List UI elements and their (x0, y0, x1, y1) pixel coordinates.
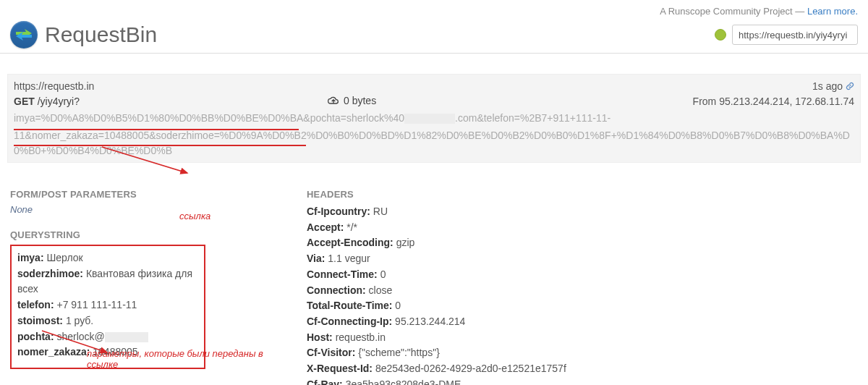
request-panel: https://requestb.in GET /yiy4yryi? 0 byt… (7, 74, 861, 163)
section-headers: HEADERS (307, 189, 813, 200)
brand: RequestBin (10, 21, 157, 48)
from-ips: 95.213.244.214, 172.68.11.74 (719, 96, 854, 107)
details: FORM/POST PARAMETERS None QUERYSTRING im… (0, 163, 868, 385)
request-bytes: 0 bytes (344, 95, 376, 106)
request-age: 1s ago (812, 80, 843, 92)
querystring-box: imya: Шерлок soderzhimoe: Квантовая физи… (10, 245, 205, 369)
request-query-line1: imya=%D0%A8%D0%B5%D1%80%D0%BB%D0%BE%D0%B… (14, 111, 854, 127)
header: RequestBin (0, 21, 868, 54)
bin-url-input[interactable] (732, 25, 858, 45)
request-path: /yiy4yryi? (38, 96, 80, 107)
brand-name: RequestBin (45, 22, 157, 47)
section-form-post: FORM/POST PARAMETERS (10, 189, 278, 200)
redacted-block (404, 114, 455, 124)
form-post-none: None (10, 204, 278, 215)
community-bar: A Runscope Community Project — Learn mor… (0, 0, 868, 21)
community-text: A Runscope Community Project — (660, 6, 807, 17)
status-dot-icon (715, 29, 726, 41)
link-icon (846, 82, 854, 90)
learn-more-link[interactable]: Learn more. (807, 6, 858, 17)
annotation-underline (14, 129, 299, 130)
section-querystring: QUERYSTRING (10, 229, 278, 240)
request-query-line2: 11&nomer_zakaza=10488005&soderzhimoe=%D0… (14, 128, 854, 159)
permalink-link[interactable] (846, 80, 854, 92)
request-method: GET (14, 96, 35, 107)
redacted-block (105, 332, 148, 342)
from-label: From (693, 96, 720, 107)
logo-icon (10, 21, 38, 48)
annotation-underline (14, 145, 306, 146)
cloud-upload-icon (328, 96, 339, 105)
request-host: https://requestb.in (14, 79, 94, 94)
request-size: 0 bytes (328, 95, 376, 106)
